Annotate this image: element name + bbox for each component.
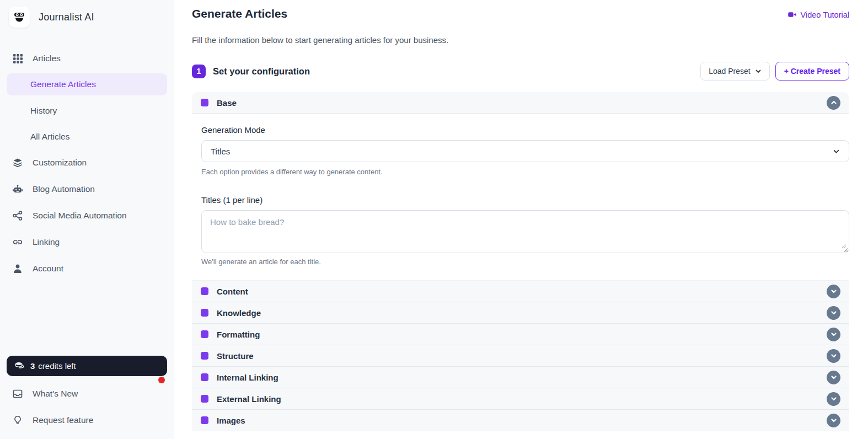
section-header-base[interactable]: Base <box>192 92 849 114</box>
robot-icon <box>12 184 23 195</box>
app-name: Journalist AI <box>39 12 94 23</box>
sidebar-nav: Articles Generate Articles History All A… <box>7 45 167 282</box>
notification-dot <box>158 377 165 383</box>
sidebar-item-label: What's New <box>33 389 78 399</box>
credits-label: credits left <box>38 361 76 371</box>
section-square-icon <box>201 395 208 403</box>
page-header: Generate Articles Video Tutorial <box>192 7 849 20</box>
section-header-knowledge[interactable]: Knowledge <box>192 302 849 324</box>
titles-hint: We'll generate an article for each title… <box>201 258 849 266</box>
section-header-images[interactable]: Images <box>192 410 849 431</box>
section-title: Content <box>217 287 248 296</box>
chevron-down-icon <box>755 68 762 74</box>
titles-textarea[interactable] <box>201 210 849 253</box>
lightbulb-icon <box>12 415 23 426</box>
logo-row: Journalist AI <box>7 6 167 29</box>
chevron-down-icon <box>831 288 837 295</box>
sidebar-item-label: Articles <box>33 53 61 63</box>
generation-mode-label: Generation Mode <box>201 125 849 135</box>
config-title: Set your configuration <box>213 66 310 77</box>
chevron-down-icon <box>831 417 837 424</box>
chevron-down-icon <box>833 148 840 155</box>
section-header-internal-linking[interactable]: Internal Linking <box>192 367 849 388</box>
sidebar-item-label: Account <box>33 264 63 274</box>
expand-section-button[interactable] <box>827 371 840 384</box>
video-camera-icon <box>787 10 797 19</box>
sidebar-item-generate-articles[interactable]: Generate Articles <box>7 73 167 95</box>
sidebar-item-label: Linking <box>33 237 60 247</box>
sidebar-item-request-feature[interactable]: Request feature <box>7 407 167 433</box>
page-title: Generate Articles <box>192 7 287 20</box>
configuration-accordion: Base Generation Mode Titles Each option … <box>192 92 849 431</box>
section-title: Formatting <box>217 330 260 339</box>
chevron-down-icon <box>831 352 837 359</box>
sidebar-item-label: Social Media Automation <box>33 211 127 221</box>
section-square-icon <box>201 99 208 106</box>
section-header-content[interactable]: Content <box>192 281 849 302</box>
section-header-external-linking[interactable]: External Linking <box>192 388 849 410</box>
main-content: Generate Articles Video Tutorial Fill th… <box>174 0 868 439</box>
section-square-icon <box>201 373 208 381</box>
chevron-down-icon <box>831 395 837 402</box>
layers-icon <box>12 157 23 168</box>
load-preset-button[interactable]: Load Preset <box>700 62 770 81</box>
sidebar-item-history[interactable]: History <box>7 98 167 124</box>
chevron-up-icon <box>831 99 837 106</box>
collapse-section-button[interactable] <box>827 96 840 110</box>
sidebar-item-label: Request feature <box>33 415 93 425</box>
page-subtitle: Fill the information below to start gene… <box>192 35 849 45</box>
section-header-formatting[interactable]: Formatting <box>192 324 849 345</box>
coins-icon <box>14 360 25 372</box>
expand-section-button[interactable] <box>827 328 840 341</box>
section-title: Images <box>217 416 245 425</box>
inbox-icon <box>12 388 23 399</box>
sidebar-item-linking[interactable]: Linking <box>7 229 167 255</box>
sidebar-item-customization[interactable]: Customization <box>7 149 167 176</box>
app-logo-icon <box>9 7 30 28</box>
sidebar-item-account[interactable]: Account <box>7 255 167 282</box>
chevron-down-icon <box>831 374 837 381</box>
chevron-down-icon <box>831 331 837 338</box>
section-title: Knowledge <box>217 308 261 318</box>
titles-label: Titles (1 per line) <box>201 195 849 205</box>
generation-mode-value: Titles <box>211 147 230 156</box>
sidebar-item-all-articles[interactable]: All Articles <box>7 124 167 149</box>
grid-icon <box>12 53 23 64</box>
preset-actions: Load Preset + Create Preset <box>700 62 849 81</box>
chevron-down-icon <box>831 309 837 316</box>
credits-count: 3 <box>30 361 35 371</box>
config-header: 1 Set your configuration Load Preset + C… <box>192 62 849 81</box>
sidebar-item-blog-automation[interactable]: Blog Automation <box>7 176 167 202</box>
sidebar-item-whats-new[interactable]: What's New <box>7 381 167 407</box>
share-icon <box>12 210 23 221</box>
section-title: External Linking <box>217 394 281 404</box>
titles-textarea-wrapper <box>201 210 849 253</box>
generation-mode-hint: Each option provides a different way to … <box>201 168 849 176</box>
section-square-icon <box>201 330 208 338</box>
expand-section-button[interactable] <box>827 414 840 427</box>
video-tutorial-link[interactable]: Video Tutorial <box>787 10 849 19</box>
section-square-icon <box>201 309 208 317</box>
expand-section-button[interactable] <box>827 349 840 363</box>
section-square-icon <box>201 416 208 424</box>
app-root: Journalist AI Articles Generate Articles… <box>0 0 868 439</box>
sidebar-item-social-media-automation[interactable]: Social Media Automation <box>7 202 167 229</box>
step-number-badge: 1 <box>192 65 206 78</box>
sidebar-item-articles[interactable]: Articles <box>7 45 167 72</box>
section-title: Base <box>217 98 237 108</box>
generation-mode-select[interactable]: Titles <box>201 140 849 162</box>
expand-section-button[interactable] <box>827 285 840 298</box>
section-title: Structure <box>217 351 254 361</box>
section-header-structure[interactable]: Structure <box>192 345 849 367</box>
link-icon <box>12 237 23 248</box>
section-title: Internal Linking <box>217 373 278 382</box>
section-square-icon <box>201 352 208 360</box>
expand-section-button[interactable] <box>827 392 840 406</box>
sidebar-item-label: Blog Automation <box>33 184 95 194</box>
credits-button[interactable]: 3 credits left <box>7 356 167 376</box>
sidebar-spacer <box>7 282 167 356</box>
create-preset-button[interactable]: + Create Preset <box>775 62 849 81</box>
base-section-body: Generation Mode Titles Each option provi… <box>192 114 849 281</box>
expand-section-button[interactable] <box>827 306 840 320</box>
user-icon <box>12 263 23 274</box>
